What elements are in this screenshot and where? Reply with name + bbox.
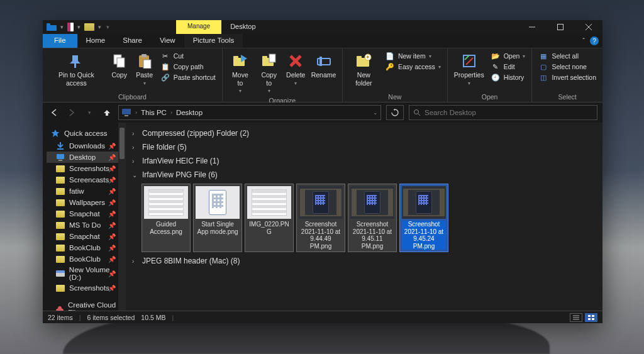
titlebar: ▾ ▾ ▾ ▾ Manage Desktop — [43, 20, 602, 34]
dropdown-icon[interactable]: ▾ — [77, 24, 80, 30]
qat-customize-icon[interactable]: ▾ — [106, 24, 109, 30]
file-thumbnail[interactable]: Screenshot 2021-11-10 at 9.44.49 PM.png — [297, 184, 345, 252]
file-thumbnail[interactable]: Start Single App mode.png — [194, 184, 242, 252]
refresh-button[interactable] — [386, 105, 404, 120]
sidebar-item[interactable]: Screenshots📌 — [47, 163, 126, 174]
sidebar-item[interactable]: BookClub📌 — [47, 253, 126, 265]
sidebar-item[interactable]: Desktop📌 — [47, 152, 126, 163]
new-folder-button[interactable]: ✦ New folder — [347, 51, 381, 92]
paste-button[interactable]: Paste ▾ — [133, 51, 157, 92]
sidebar-item[interactable]: fatiw📌 — [47, 185, 126, 197]
up-button[interactable] — [101, 108, 113, 117]
select-all-button[interactable]: ▦Select all — [536, 51, 599, 61]
minimize-button[interactable] — [518, 20, 546, 34]
file-thumbnail[interactable]: IMG_0220.PNG — [245, 184, 293, 252]
file-thumbnail[interactable]: Guided Access.png — [142, 184, 190, 252]
details-view-button[interactable] — [570, 313, 582, 322]
chevron-right-icon[interactable]: › — [170, 109, 172, 116]
file-list[interactable]: ›Compressed (zipped) Folder (2)›File fol… — [126, 123, 602, 311]
navigation-pane[interactable]: Quick accessDownloads📌Desktop📌Screenshot… — [43, 123, 126, 311]
file-thumbnail[interactable]: Screenshot 2021-11-10 at 9.45.11 PM.png — [348, 184, 396, 252]
sidebar-item[interactable]: MS To Do📌 — [47, 219, 126, 231]
forward-button[interactable] — [65, 108, 78, 117]
tab-share[interactable]: Share — [114, 34, 151, 48]
cut-button[interactable]: ✂Cut — [158, 51, 218, 61]
status-bar: 22 items | 6 items selected 10.5 MB | — [43, 311, 602, 323]
edit-button[interactable]: ✎Edit — [488, 62, 528, 72]
tab-picture-tools[interactable]: Picture Tools — [184, 34, 243, 48]
tab-file[interactable]: File — [43, 34, 77, 48]
copy-button[interactable]: Copy — [108, 51, 131, 92]
group-header[interactable]: ⌄IrfanView PNG File (6) — [132, 168, 596, 182]
sidebar-item-label: Wallpapers — [69, 199, 105, 206]
chevron-right-icon[interactable]: › — [135, 109, 137, 116]
delete-button[interactable]: Delete ▾ — [284, 51, 308, 96]
paste-shortcut-button[interactable]: 🔗Paste shortcut — [158, 72, 218, 82]
copy-to-button[interactable]: Copy to ▾ — [255, 51, 282, 96]
search-input[interactable] — [425, 109, 593, 116]
star-icon — [50, 129, 60, 138]
scrollbar[interactable] — [118, 123, 126, 311]
svg-rect-16 — [269, 54, 275, 62]
file-thumbnail[interactable]: Screenshot 2021-11-10 at 9.45.24 PM.png — [400, 184, 448, 252]
new-item-button[interactable]: 📄New item ▾ — [382, 51, 443, 61]
pin-icon: 📌 — [108, 256, 116, 263]
status-item-count: 22 items — [48, 314, 73, 321]
ribbon-tabs: File Home Share View Picture Tools ˆ ? — [43, 34, 602, 48]
help-icon[interactable]: ? — [590, 36, 599, 45]
pin-to-quick-access-button[interactable]: Pin to Quick access — [47, 51, 106, 92]
dropdown-icon[interactable]: ▾ — [98, 24, 101, 30]
explorer-icon — [47, 23, 57, 31]
doc-icon[interactable] — [67, 23, 74, 31]
sidebar-item[interactable]: Snapchat📌 — [47, 208, 126, 219]
sidebar-item[interactable]: Wallpapers📌 — [47, 197, 126, 208]
ribbon-group-select: ▦Select all ▢Select none ◫Invert selecti… — [532, 48, 602, 102]
divider: | — [79, 314, 81, 321]
sidebar-item[interactable]: Downloads📌 — [47, 140, 126, 152]
thumbnail-row: Guided Access.pngStart Single App mode.p… — [132, 182, 596, 254]
history-button[interactable]: 🕘History — [488, 72, 528, 82]
easy-access-button[interactable]: 🔑Easy access ▾ — [382, 62, 443, 72]
group-header[interactable]: ›IrfanView HEIC File (1) — [132, 154, 596, 168]
scrollbar-thumb[interactable] — [119, 128, 125, 159]
chevron-down-icon[interactable]: ⌄ — [373, 109, 378, 116]
sidebar-item[interactable]: New Volume (D:)📌 — [47, 265, 126, 282]
copy-path-button[interactable]: 📋Copy path — [158, 62, 218, 72]
invert-selection-button[interactable]: ◫Invert selection — [536, 72, 599, 82]
tab-home[interactable]: Home — [77, 34, 114, 48]
sidebar-item[interactable]: Snapchat📌 — [47, 231, 126, 242]
move-to-button[interactable]: Move to ▾ — [226, 51, 254, 96]
open-button[interactable]: 📂Open ▾ — [488, 51, 528, 61]
pin-icon: 📌 — [108, 165, 116, 172]
sidebar-item[interactable]: Quick access — [47, 128, 126, 139]
rename-button[interactable]: Rename — [309, 51, 338, 96]
svg-marker-28 — [52, 130, 59, 137]
sidebar-item[interactable]: BookClub📌 — [47, 242, 126, 253]
context-tab-manage[interactable]: Manage — [176, 20, 221, 34]
group-header[interactable]: ›JPEG 8BIM header (Mac) (8) — [132, 254, 596, 268]
folder-icon[interactable] — [84, 23, 94, 31]
svg-rect-15 — [262, 56, 267, 58]
group-header[interactable]: ›Compressed (zipped) Folder (2) — [132, 126, 596, 140]
sidebar-item[interactable]: Screencasts📌 — [47, 174, 126, 185]
collapse-ribbon-icon[interactable]: ˆ — [582, 37, 585, 45]
breadcrumb-segment[interactable]: This PC — [141, 109, 167, 116]
recent-locations-button[interactable]: ▾ — [83, 109, 96, 116]
back-button[interactable] — [48, 108, 60, 117]
properties-button[interactable]: Properties ▾ — [452, 51, 487, 92]
close-button[interactable] — [574, 20, 602, 34]
breadcrumb-segment[interactable]: Desktop — [176, 109, 203, 116]
select-none-button[interactable]: ▢Select none — [536, 62, 599, 72]
search-box[interactable] — [409, 105, 597, 120]
ribbon-group-label: Open — [452, 92, 528, 102]
sidebar-item-label: Screenshots — [69, 165, 109, 172]
address-bar[interactable]: › This PC › Desktop ⌄ — [118, 105, 381, 120]
tab-view[interactable]: View — [151, 34, 184, 48]
maximize-button[interactable] — [546, 20, 574, 34]
dropdown-icon[interactable]: ▾ — [60, 24, 64, 30]
sidebar-item[interactable]: Creative Cloud Files — [47, 300, 126, 311]
history-icon: 🕘 — [491, 73, 501, 82]
sidebar-item[interactable]: Screenshots📌 — [47, 282, 126, 294]
group-header[interactable]: ›File folder (5) — [132, 140, 596, 154]
thumbnails-view-button[interactable] — [585, 313, 597, 322]
